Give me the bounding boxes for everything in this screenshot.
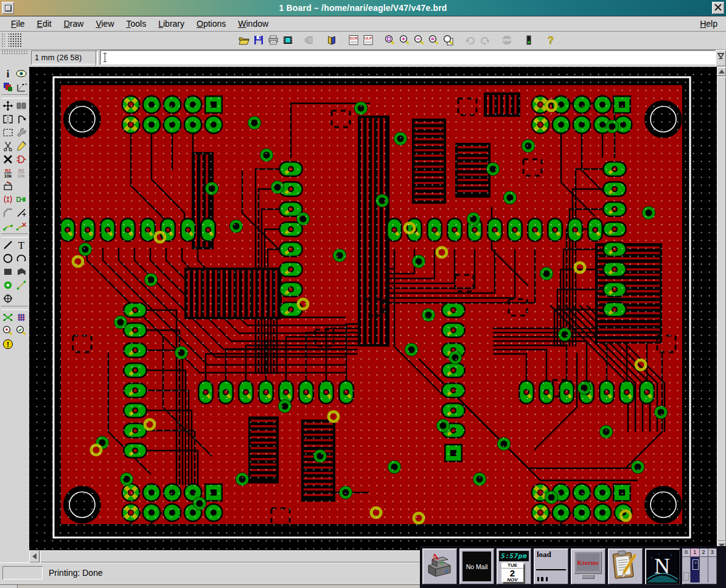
palette-button-hole[interactable]	[1, 292, 15, 305]
title-bar[interactable]: 1 Board – /home/nari/eagle/V47/v47e.brd	[0, 0, 726, 16]
menu-item-edit[interactable]: Edit	[31, 18, 58, 30]
palette-button-polygon[interactable]	[15, 265, 28, 278]
palette-button-smash[interactable]	[1, 179, 15, 193]
dock-notes-launcher[interactable]	[608, 548, 643, 584]
dock-mail-monitor[interactable]: No Mail	[459, 548, 494, 584]
toolbar-button-zoom-in[interactable]	[398, 33, 413, 47]
palette-button-move[interactable]	[1, 99, 15, 112]
palette-button-change[interactable]	[15, 126, 28, 139]
wharf-dock: A e r No Mail 5:57pm TUE 2 NOV load Kter…	[420, 546, 726, 588]
toolbar-button-open[interactable]	[237, 33, 252, 47]
dock-clock[interactable]: 5:57pm TUE 2 NOV	[497, 548, 531, 584]
toolbar-grip[interactable]	[1, 33, 5, 47]
menu-item-help[interactable]: Help	[697, 18, 720, 30]
palette-button-erc[interactable]	[15, 324, 28, 337]
toolbar-button-cam[interactable]	[281, 33, 296, 47]
pager-desktop-0-label[interactable]: 0	[682, 548, 691, 556]
palette-button-rotate[interactable]	[15, 112, 28, 126]
menu-item-tools[interactable]: Tools	[120, 18, 153, 30]
menu-item-options[interactable]: Options	[190, 18, 232, 30]
palette-button-rect[interactable]	[1, 265, 15, 278]
palette-button-auto[interactable]	[15, 311, 28, 324]
palette-button-miter[interactable]	[1, 206, 15, 220]
afterstep-icon: A e r	[422, 548, 457, 584]
palette-button-name[interactable]: R210k	[1, 166, 15, 179]
palette-button-mark[interactable]: o	[15, 80, 28, 94]
menu-item-library[interactable]: Library	[152, 18, 190, 30]
palette-button-replace[interactable]	[15, 193, 28, 206]
toolbar-button-scr[interactable]: SCR	[347, 33, 361, 47]
menu-item-window[interactable]: Window	[232, 18, 274, 30]
pager-desktop-3[interactable]	[708, 557, 717, 583]
pager-desktop-3-label[interactable]: 3	[708, 548, 717, 556]
pager-desktop-0[interactable]	[682, 557, 691, 583]
pager-desktop-2[interactable]	[700, 557, 708, 583]
toolbar-button-save[interactable]	[252, 33, 267, 47]
dock-load-monitor[interactable]: load	[534, 548, 568, 584]
toolbar-button-zoom-redraw[interactable]	[442, 33, 456, 47]
palette-button-wire[interactable]	[1, 238, 15, 252]
toolbar-button-library[interactable]	[325, 33, 340, 47]
palette-button-drc[interactable]	[1, 324, 15, 337]
menu-item-draw[interactable]: Draw	[58, 18, 90, 30]
toolbar-button-redo[interactable]	[478, 33, 493, 47]
palette-button-pinswap[interactable]	[1, 193, 15, 206]
palette-button-circle[interactable]	[1, 252, 15, 265]
palette-grip[interactable]	[1, 50, 28, 54]
toolbar-button-undo[interactable]	[464, 33, 478, 47]
menu-bar: FileEditDrawViewToolsLibraryOptionsWindo…	[0, 16, 726, 32]
menu-item-view[interactable]: View	[89, 18, 120, 30]
toolbar-button-help[interactable]: ?	[544, 33, 559, 47]
toolbar-button-stop[interactable]: STOP	[500, 33, 515, 47]
dock-kterms-launcher[interactable]: Kterms	[571, 548, 606, 584]
palette-button-text[interactable]: T	[15, 238, 28, 252]
close-button[interactable]	[712, 2, 724, 14]
pcb-canvas[interactable]	[29, 67, 717, 550]
scroll-left-button[interactable]	[29, 550, 40, 562]
palette-button-value[interactable]: R210k	[15, 166, 28, 179]
palette-button-split[interactable]	[15, 206, 28, 220]
palette-button-show[interactable]	[15, 67, 28, 80]
palette-button-route[interactable]	[1, 220, 15, 233]
palette-empty-cell	[15, 337, 28, 351]
kterms-monitor-stand	[581, 574, 595, 579]
menu-item-file[interactable]: File	[5, 18, 31, 30]
toolbar-button-go[interactable]	[522, 33, 537, 47]
vertical-scroll-thumb[interactable]	[717, 77, 726, 541]
palette-button-errors[interactable]: !	[1, 337, 15, 351]
pager-desktop-1-label[interactable]: 1	[691, 548, 699, 556]
toolbar-button-zoom-fit[interactable]	[383, 33, 398, 47]
palette-button-group[interactable]	[1, 126, 15, 139]
svg-text:N: N	[654, 554, 670, 578]
toolbar-button-print[interactable]	[267, 33, 281, 47]
toolbar-button-zoom-out[interactable]	[413, 33, 427, 47]
palette-button-paste[interactable]	[15, 139, 28, 153]
vertical-scrollbar[interactable]	[717, 67, 726, 550]
palette-button-display[interactable]	[1, 80, 15, 94]
palette-button-mirror[interactable]	[1, 112, 15, 126]
palette-button-cut[interactable]	[1, 139, 15, 153]
dock-afterstep-launcher[interactable]: A e r	[422, 548, 457, 584]
grid-button[interactable]	[9, 33, 22, 47]
palette-button-arc[interactable]	[15, 252, 28, 265]
toolbar-buttons: SCRULPSTOP?	[237, 33, 566, 47]
resize-handle[interactable]	[0, 585, 18, 588]
palette-button-copy[interactable]	[15, 99, 28, 112]
scroll-up-button[interactable]	[717, 67, 726, 76]
toolbar-button-zoom-exact[interactable]	[427, 33, 442, 47]
command-history-dropdown[interactable]	[716, 50, 726, 66]
palette-button-info[interactable]: i	[1, 67, 15, 80]
toolbar-button-device[interactable]	[303, 33, 318, 47]
palette-button-ratsnest[interactable]	[1, 311, 15, 324]
palette-button-signal[interactable]	[15, 278, 28, 292]
dock-netscape-launcher[interactable]: N	[645, 548, 680, 584]
pager-desktop-2-label[interactable]: 2	[700, 548, 708, 556]
palette-button-add[interactable]	[15, 153, 28, 166]
palette-button-via[interactable]	[1, 278, 15, 292]
toolbar-button-ulp[interactable]: ULP	[361, 33, 376, 47]
command-input[interactable]	[100, 50, 721, 64]
palette-button-delete[interactable]	[1, 153, 15, 166]
svg-text:!: !	[7, 341, 9, 349]
palette-button-ripup[interactable]	[15, 220, 28, 233]
pager-desktop-1[interactable]: v	[691, 557, 699, 583]
